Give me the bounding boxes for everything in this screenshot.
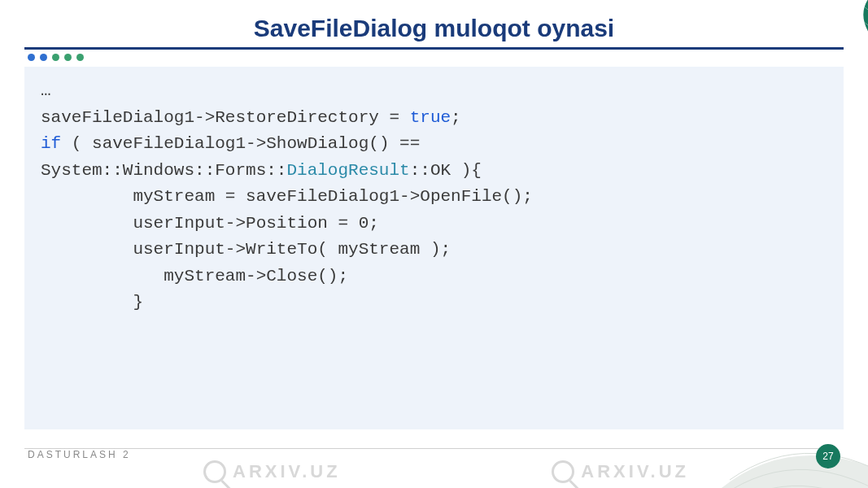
dot-icon xyxy=(76,54,84,61)
dot-icon xyxy=(28,54,35,61)
code-line: } xyxy=(41,290,827,316)
code-line: myStream = saveFileDialog1->OpenFile(); xyxy=(41,184,827,211)
dot-icon xyxy=(64,54,72,61)
footer-text: DASTURLASH 2 xyxy=(28,449,131,460)
accent-dots xyxy=(28,54,84,61)
title-underline xyxy=(24,47,844,50)
watermark: ARXIV.UZ xyxy=(552,460,689,483)
code-line: saveFileDialog1->RestoreDirectory = true… xyxy=(41,105,827,132)
code-block: … saveFileDialog1->RestoreDirectory = tr… xyxy=(24,67,844,429)
dot-icon xyxy=(52,54,59,61)
code-line: userInput->WriteTo( myStream ); xyxy=(41,237,827,264)
page-number-badge: 27 xyxy=(816,444,840,468)
code-line: … xyxy=(41,78,827,105)
slide-title: SaveFileDialog muloqot oynasi xyxy=(0,15,868,42)
dot-icon xyxy=(40,54,47,61)
code-line: userInput->Position = 0; xyxy=(41,211,827,237)
footer-divider xyxy=(24,448,819,449)
code-line: if ( saveFileDialog1->ShowDialog() == xyxy=(41,131,827,158)
code-line: System::Windows::Forms::DialogResult::OK… xyxy=(41,158,827,185)
code-line: myStream->Close(); xyxy=(41,264,827,290)
watermark: ARXIV.UZ xyxy=(203,460,341,483)
